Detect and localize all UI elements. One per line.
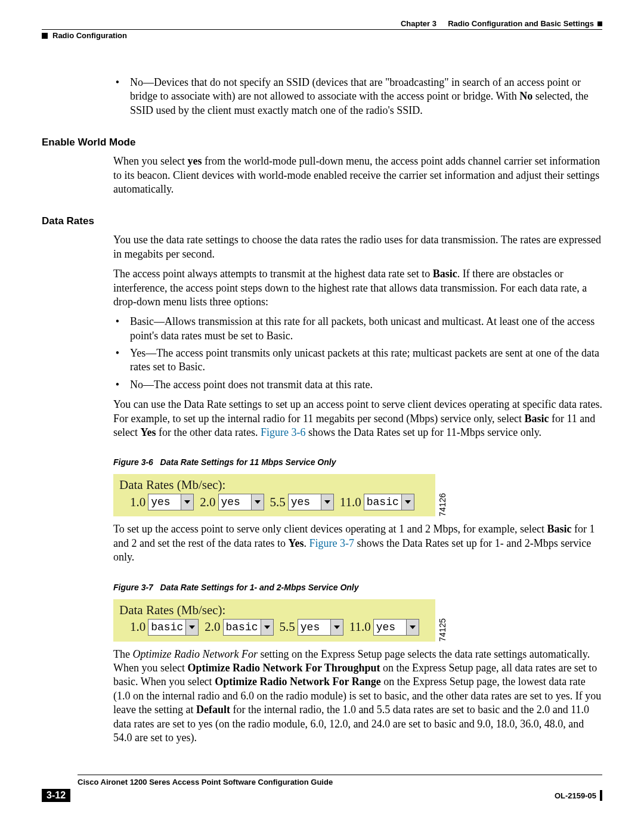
chevron-down-icon	[261, 620, 273, 635]
text: No—Devices that do not specify an SSID (…	[130, 76, 581, 102]
data-rate-title: Data Rates (Mb/sec):	[119, 603, 429, 618]
data-rates-p2: The access point always attempts to tran…	[113, 267, 602, 309]
rate-2.0: 2.0 yes	[200, 494, 264, 510]
data-rates-p5: The Optimize Radio Network For setting o…	[113, 648, 602, 745]
figure-3-7-caption: Figure 3-7 Data Rate Settings for 1- and…	[113, 583, 602, 592]
data-rate-panel: Data Rates (Mb/sec): 1.0 yes 2.0 yes	[113, 474, 435, 516]
figure-3-6-caption: Figure 3-6 Data Rate Settings for 11 Mbp…	[113, 457, 602, 467]
rate-11.0-select[interactable]: yes	[373, 619, 419, 636]
page-number: 3-12	[42, 789, 70, 802]
heading-data-rates: Data Rates	[42, 215, 602, 227]
data-rate-panel: Data Rates (Mb/sec): 1.0 basic 2.0 basic	[113, 599, 435, 642]
figure-3-6-code: 74126	[438, 491, 447, 516]
rate-2.0: 2.0 basic	[205, 619, 273, 636]
rate-11.0-select[interactable]: basic	[364, 494, 414, 510]
ssid-no-bullet: • No—Devices that do not specify an SSID…	[113, 76, 602, 117]
rate-1.0-select[interactable]: yes	[148, 494, 194, 510]
chevron-down-icon	[251, 494, 264, 510]
figure-3-7: Data Rates (Mb/sec): 1.0 basic 2.0 basic	[113, 599, 602, 642]
data-rates-p4: To set up the access point to serve only…	[113, 522, 602, 564]
section-title: Radio Configuration	[52, 31, 127, 40]
figure-3-6-ref[interactable]: Figure 3-6	[261, 426, 306, 438]
rate-2.0-select[interactable]: basic	[223, 619, 274, 636]
data-rate-title: Data Rates (Mb/sec):	[119, 478, 429, 493]
footer-rule	[78, 775, 602, 775]
page-footer: Cisco Aironet 1200 Seres Access Point So…	[42, 775, 602, 802]
footer-marker	[600, 790, 602, 801]
figure-3-6: Data Rates (Mb/sec): 1.0 yes 2.0 yes	[113, 474, 602, 516]
rate-option-basic: • Basic—Allows transmission at this rate…	[113, 315, 602, 343]
document-number: OL-2159-05	[555, 790, 602, 801]
chapter-title: Radio Configuration and Basic Settings	[448, 19, 594, 28]
chevron-down-icon	[321, 494, 333, 510]
figure-3-7-ref[interactable]: Figure 3-7	[309, 537, 354, 549]
rate-1.0: 1.0 basic	[130, 619, 199, 636]
footer-guide-title: Cisco Aironet 1200 Seres Access Point So…	[78, 778, 602, 786]
chevron-down-icon	[181, 494, 193, 510]
chevron-down-icon	[185, 620, 198, 635]
rate-option-no: • No—The access point does not transmit …	[113, 378, 602, 392]
rate-11.0: 11.0 yes	[349, 619, 419, 636]
world-mode-paragraph: When you select yes from the world-mode …	[113, 154, 602, 196]
rate-1.0: 1.0 yes	[130, 494, 194, 510]
rate-5.5: 5.5 yes	[270, 494, 334, 510]
running-header-right: Chapter 3 Radio Configuration and Basic …	[42, 19, 602, 28]
running-header-left: Radio Configuration	[42, 30, 602, 40]
data-rates-p1: You use the data rate settings to choose…	[113, 233, 602, 261]
rate-option-yes: • Yes—The access point transmits only un…	[113, 346, 602, 374]
rate-1.0-select[interactable]: basic	[148, 619, 199, 636]
rate-5.5: 5.5 yes	[280, 619, 343, 636]
figure-3-7-code: 74125	[438, 616, 447, 642]
header-marker	[42, 33, 48, 39]
chevron-down-icon	[406, 620, 419, 635]
chapter-label: Chapter 3	[401, 19, 436, 28]
text-bold: No	[519, 90, 532, 102]
chevron-down-icon	[401, 494, 414, 510]
rate-5.5-select[interactable]: yes	[288, 494, 334, 510]
rate-5.5-select[interactable]: yes	[298, 619, 343, 636]
chevron-down-icon	[330, 620, 343, 635]
data-rates-p3: You can use the Data Rate settings to se…	[113, 398, 602, 439]
rate-2.0-select[interactable]: yes	[218, 494, 264, 510]
heading-enable-world-mode: Enable World Mode	[42, 137, 602, 148]
header-marker	[597, 21, 602, 26]
rate-11.0: 11.0 basic	[340, 494, 414, 510]
